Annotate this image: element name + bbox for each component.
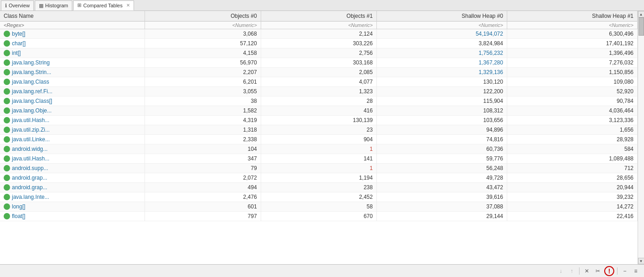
class-name-cell: float[] — [0, 212, 145, 221]
filter-sh1[interactable]: <Numeric> — [507, 21, 637, 29]
class-type-icon — [4, 59, 10, 66]
table-row[interactable]: float[]79767029,14422,416 — [0, 212, 638, 221]
table-scroll[interactable]: Class Name Objects #0 Objects #1 Shallow… — [0, 11, 638, 264]
shallow1-cell: 22,416 — [507, 212, 637, 221]
menu-button[interactable]: ≡ — [631, 266, 640, 276]
table-row[interactable]: android.widg...104160,736584 — [0, 144, 638, 154]
objects0-cell: 57,120 — [145, 39, 261, 48]
col-header-class-name[interactable]: Class Name — [0, 11, 145, 21]
delete-button[interactable]: ✕ — [582, 266, 591, 276]
table-row[interactable]: java.lang.Inte...2,4762,45239,61639,232 — [0, 192, 638, 202]
tab-close-icon[interactable]: ✕ — [126, 3, 130, 8]
class-name-cell: java.util.Linke... — [0, 135, 145, 144]
class-type-icon — [4, 213, 10, 219]
table-row[interactable]: java.lang.Obje...1,582416108,3124,036,46… — [0, 106, 638, 116]
class-name-text: int[] — [12, 50, 21, 56]
compared-table: Class Name Objects #0 Objects #1 Shallow… — [0, 11, 638, 221]
shallow1-cell: 1,656 — [507, 125, 637, 135]
shallow0-cell: 37,088 — [376, 202, 507, 212]
table-row[interactable]: java.util.Hash...34714159,7761,089,488 — [0, 154, 638, 164]
col-header-shallow1[interactable]: Shallow Heap #1 — [507, 11, 637, 21]
table-row[interactable]: android.grap...2,0721,19449,72828,656 — [0, 173, 638, 183]
shallow0-cell: 130,120 — [376, 77, 507, 87]
col-header-objects0[interactable]: Objects #0 — [145, 11, 261, 21]
objects1-cell: 28 — [261, 96, 376, 106]
table-row[interactable]: java.lang.Strin...2,2072,0851,329,1361,1… — [0, 68, 638, 77]
shallow0-cell: 1,756,232 — [376, 48, 507, 58]
scroll-down-arrow[interactable]: ▼ — [638, 258, 644, 264]
tab-overview[interactable]: ℹ Overview — [1, 0, 34, 11]
objects1-cell: 303,226 — [261, 39, 376, 48]
shallow0-cell: 122,200 — [376, 87, 507, 96]
objects0-cell: 104 — [145, 144, 261, 154]
objects1-cell: 1,323 — [261, 87, 376, 96]
scroll-up-arrow[interactable]: ▲ — [638, 11, 644, 17]
class-type-icon — [4, 194, 10, 200]
sort-desc-button[interactable]: ↑ — [567, 266, 576, 276]
class-name-text: android.supp... — [12, 165, 48, 171]
class-name-text: java.lang.Strin... — [12, 69, 51, 75]
table-row[interactable]: java.lang.String56,970303,1681,367,2807,… — [0, 58, 638, 68]
col-header-shallow0[interactable]: Shallow Heap #0 — [376, 11, 507, 21]
table-row[interactable]: char[]57,120303,2263,824,98417,401,192 — [0, 39, 638, 48]
shallow0-cell: 1,329,136 — [376, 68, 507, 77]
objects0-cell: 601 — [145, 202, 261, 212]
filter-obj0[interactable]: <Numeric> — [145, 21, 261, 29]
filter-class[interactable]: <Regex> — [0, 21, 145, 29]
objects0-cell: 2,207 — [145, 68, 261, 77]
tab-histogram-label: Histogram — [45, 3, 68, 8]
table-row[interactable]: int[]4,1582,7561,756,2321,396,496 — [0, 48, 638, 58]
shallow1-cell: 712 — [507, 164, 637, 173]
shallow1-cell: 1,089,488 — [507, 154, 637, 164]
toolbar-sep-2 — [617, 267, 617, 275]
table-row[interactable]: android.grap...49423843,47220,944 — [0, 183, 638, 192]
shallow0-cell: 56,248 — [376, 164, 507, 173]
class-type-icon — [4, 88, 10, 95]
table-row[interactable]: java.util.zip.Zi...1,3182394,8961,656 — [0, 125, 638, 135]
shallow0-cell: 3,824,984 — [376, 39, 507, 48]
table-row[interactable]: java.util.Linke...2,33890474,81628,928 — [0, 135, 638, 144]
objects0-cell: 38 — [145, 96, 261, 106]
sort-asc-button[interactable]: ↓ — [556, 266, 565, 276]
compared-tables-icon: ⊞ — [77, 2, 81, 8]
filter-sh0[interactable]: <Numeric> — [376, 21, 507, 29]
objects1-cell: 1 — [261, 164, 376, 173]
shallow1-cell: 20,944 — [507, 183, 637, 192]
overview-icon: ℹ — [5, 3, 7, 9]
class-name-text: android.grap... — [12, 184, 47, 191]
class-name-cell: int[] — [0, 48, 145, 58]
scroll-thumb[interactable] — [639, 17, 644, 36]
tab-bar: ℹ Overview ▦ Histogram ⊞ Compared Tables… — [0, 0, 644, 11]
objects1-cell: 2,085 — [261, 68, 376, 77]
scroll-track[interactable] — [638, 17, 644, 258]
tab-overview-label: Overview — [9, 3, 30, 8]
shallow0-cell: 115,904 — [376, 96, 507, 106]
table-row[interactable]: byte[]3,0682,12454,194,0726,300,496 — [0, 29, 638, 39]
filter-row: <Regex> <Numeric> <Numeric> <Numeric> <N… — [0, 21, 638, 29]
table-row[interactable]: java.lang.ref.Fi...3,0551,323122,20052,9… — [0, 87, 638, 96]
table-row[interactable]: long[]6015837,08814,272 — [0, 202, 638, 212]
objects1-cell: 670 — [261, 212, 376, 221]
exclamation-button[interactable]: ! — [604, 266, 614, 276]
objects0-cell: 2,072 — [145, 173, 261, 183]
col-header-objects1[interactable]: Objects #1 — [261, 11, 376, 21]
class-type-icon — [4, 203, 10, 210]
table-row[interactable]: android.supp...79156,248712 — [0, 164, 638, 173]
class-name-text: java.lang.ref.Fi... — [12, 88, 53, 95]
class-type-icon — [4, 127, 10, 133]
vertical-scrollbar[interactable]: ▲ ▼ — [638, 11, 644, 264]
class-type-icon — [4, 50, 10, 56]
shallow0-cell: 43,472 — [376, 183, 507, 192]
table-row[interactable]: java.lang.Class6,2014,077130,120109,080 — [0, 77, 638, 87]
minus-button[interactable]: − — [620, 266, 629, 276]
table-row[interactable]: java.lang.Class[]3828115,90490,784 — [0, 96, 638, 106]
shallow0-cell: 59,776 — [376, 154, 507, 164]
table-row[interactable]: java.util.Hash...4,319130,139103,6563,12… — [0, 116, 638, 125]
class-type-icon — [4, 184, 10, 191]
tab-histogram[interactable]: ▦ Histogram — [35, 0, 72, 11]
objects1-cell: 303,168 — [261, 58, 376, 68]
scissors-button[interactable]: ✂ — [593, 266, 602, 276]
tab-compared-tables[interactable]: ⊞ Compared Tables ✕ — [73, 0, 134, 11]
filter-obj1[interactable]: <Numeric> — [261, 21, 376, 29]
class-name-cell: char[] — [0, 39, 145, 48]
